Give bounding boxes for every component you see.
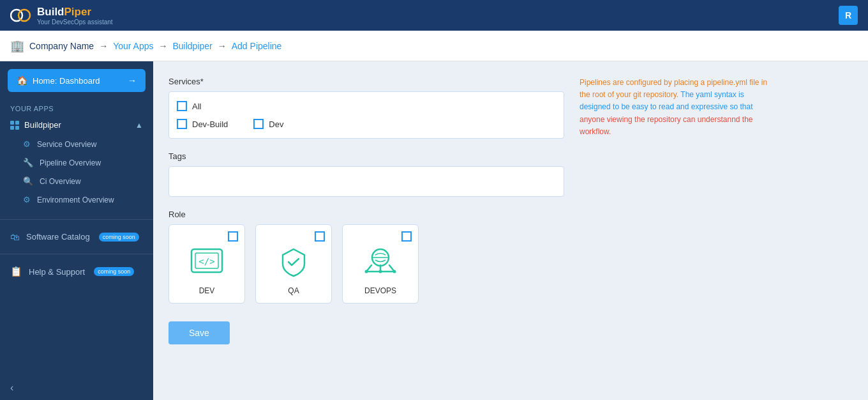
info-text: Pipelines are configured by placing a pi… [580, 77, 771, 138]
svg-point-9 [393, 270, 396, 273]
tags-input[interactable] [168, 166, 564, 197]
wrench-icon: 🔧 [23, 158, 33, 167]
main-content: Services* All Dev-Build Dev [153, 61, 868, 400]
sidebar: 🏠 Home: Dashboard → Your Apps Buildpiper… [0, 61, 153, 400]
breadcrumb-your-apps[interactable]: Your Apps [113, 41, 153, 51]
software-catalog-icon: 🛍 [10, 231, 20, 242]
sidebar-collapse-button[interactable]: ‹ [0, 376, 153, 400]
pipeline-overview-item[interactable]: 🔧 Pipeline Overview [0, 153, 153, 172]
role-dev-label: DEV [199, 286, 215, 295]
dev-icon: </> [188, 243, 226, 281]
svg-point-1 [19, 10, 30, 21]
home-dashboard-label: Home: Dashboard [33, 76, 100, 86]
brand-name: BuildPiper [37, 6, 91, 18]
service-dev-label: Dev [269, 119, 283, 129]
breadcrumb-add-pipeline[interactable]: Add Pipeline [232, 41, 282, 51]
search-icon: 🔍 [23, 176, 33, 186]
breadcrumb-buildpiper[interactable]: Buildpiper [172, 41, 212, 51]
environment-overview-item[interactable]: ⚙ Environment Overview [0, 190, 153, 209]
save-button[interactable]: Save [168, 321, 230, 344]
ci-overview-label: Ci Overview [40, 177, 81, 186]
qa-icon [274, 243, 313, 281]
layout: 🏠 Home: Dashboard → Your Apps Buildpiper… [0, 61, 868, 400]
service-dev-build-label: Dev-Build [192, 119, 228, 129]
user-avatar[interactable]: R [839, 6, 858, 25]
role-devops-checkbox[interactable] [401, 231, 412, 242]
role-dev-checkbox[interactable] [228, 231, 238, 242]
tags-label: Tags [168, 151, 564, 161]
form-panel: Services* All Dev-Build Dev [168, 77, 564, 385]
breadcrumb: 🏢 Company Name → Your Apps → Buildpiper … [0, 31, 868, 61]
help-support-item[interactable]: 📋 Help & Support coming soon [0, 259, 153, 284]
service-all-label: All [192, 102, 201, 111]
role-label: Role [168, 210, 564, 219]
services-multi-row: Dev-Build Dev [177, 115, 556, 133]
help-support-label: Help & Support [29, 267, 85, 277]
service-dev-build-checkbox[interactable] [177, 119, 187, 129]
software-catalog-item[interactable]: 🛍 Software Catalog coming soon [0, 225, 153, 249]
help-support-icon: 📋 [10, 266, 22, 277]
svg-point-7 [365, 270, 368, 273]
role-card-devops[interactable]: DEVOPS [342, 224, 419, 304]
role-devops-label: DEVOPS [364, 286, 396, 295]
role-qa-checkbox[interactable] [315, 231, 325, 242]
service-all-row: All [177, 97, 556, 115]
service-overview-item[interactable]: ⚙ Service Overview [0, 135, 153, 153]
services-label: Services* [168, 77, 564, 86]
pipeline-overview-label: Pipeline Overview [40, 158, 101, 167]
breadcrumb-arrow-2: → [158, 41, 167, 51]
sidebar-divider-2 [0, 254, 153, 254]
services-box: All Dev-Build Dev [168, 91, 564, 139]
svg-point-8 [379, 270, 382, 273]
role-card-dev[interactable]: </> DEV [168, 224, 245, 304]
coming-soon-badge-catalog: coming soon [99, 233, 139, 242]
ci-overview-item[interactable]: 🔍 Ci Overview [0, 172, 153, 190]
buildpiper-label: Buildpiper [24, 120, 61, 130]
service-dev-row: Dev [253, 115, 283, 133]
devops-icon [361, 243, 400, 281]
buildpiper-nav-left: Buildpiper [10, 120, 61, 130]
your-apps-section-label: Your Apps [0, 100, 153, 115]
software-catalog-label: Software Catalog [26, 232, 90, 242]
service-dev-checkbox[interactable] [253, 119, 264, 129]
grid-icon [10, 121, 19, 130]
navbar: BuildPiper Your DevSecOps assistant R [0, 0, 868, 31]
gear-icon-service: ⚙ [23, 139, 31, 149]
breadcrumb-arrow-3: → [218, 41, 227, 51]
home-dashboard-button[interactable]: 🏠 Home: Dashboard → [8, 69, 146, 92]
buildpiper-nav-item[interactable]: Buildpiper ▲ [0, 115, 153, 135]
arrow-right-icon: → [128, 75, 137, 86]
role-qa-label: QA [288, 286, 299, 295]
service-all-checkbox[interactable] [177, 101, 187, 111]
brand-subtitle: Your DevSecOps assistant [37, 19, 113, 26]
breadcrumb-arrow-1: → [99, 41, 108, 51]
service-dev-build-row: Dev-Build [177, 115, 228, 133]
role-card-qa[interactable]: QA [255, 224, 332, 304]
service-overview-label: Service Overview [37, 140, 96, 149]
gear-icon-env: ⚙ [23, 195, 31, 204]
company-icon: 🏢 [10, 39, 24, 53]
info-text-red: anyone viewing the repository can unders… [580, 115, 753, 136]
breadcrumb-company[interactable]: Company Name [29, 41, 94, 51]
environment-overview-label: Environment Overview [37, 196, 114, 204]
logo-icon [10, 8, 33, 23]
logo: BuildPiper Your DevSecOps assistant [10, 6, 113, 26]
role-cards: </> DEV QA [168, 224, 564, 304]
chevron-up-icon: ▲ [135, 121, 143, 130]
coming-soon-badge-help: coming soon [94, 267, 134, 276]
buildpiper-sub-items: ⚙ Service Overview 🔧 Pipeline Overview 🔍… [0, 135, 153, 214]
sidebar-divider-1 [0, 219, 153, 220]
home-icon: 🏠 [17, 75, 27, 86]
svg-text:</>: </> [198, 256, 214, 266]
brand: BuildPiper Your DevSecOps assistant [10, 6, 113, 26]
info-panel: Pipelines are configured by placing a pi… [580, 77, 771, 385]
